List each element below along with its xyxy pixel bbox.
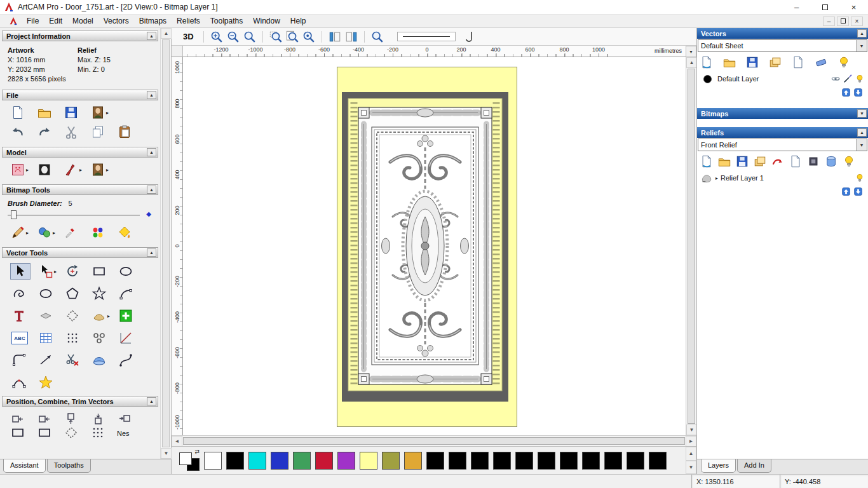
collapse-project-information-button[interactable]: ▲ bbox=[147, 32, 156, 40]
import-vectors-icon[interactable] bbox=[700, 55, 714, 69]
expand-bitmaps-panel-button[interactable]: ▼ bbox=[857, 109, 867, 118]
wrap-flyout-arrow-icon[interactable]: ▸ bbox=[107, 313, 110, 319]
canvas-2d-view[interactable] bbox=[183, 57, 686, 435]
text-on-curve-tool[interactable] bbox=[37, 308, 57, 324]
delete-vector-layer-icon[interactable] bbox=[814, 55, 828, 69]
menu-help[interactable]: Help bbox=[285, 15, 311, 27]
tab-assistant[interactable]: Assistant bbox=[3, 459, 46, 473]
import-image-icon[interactable] bbox=[90, 105, 105, 120]
create-polyline-tool[interactable] bbox=[10, 285, 31, 302]
relief-layer-row[interactable]: ▸ Relief Layer 1 bbox=[697, 171, 868, 185]
move-layer-down-icon[interactable] bbox=[853, 88, 863, 97]
vector-sheet-dropdown-icon[interactable]: ▼ bbox=[856, 40, 867, 51]
sculpt-relief-icon[interactable] bbox=[64, 162, 79, 177]
curve-style-selector[interactable] bbox=[465, 30, 475, 43]
colour-swatch-1[interactable] bbox=[226, 452, 244, 470]
fillet-tool[interactable] bbox=[10, 352, 31, 369]
vertical-scroll-thumb[interactable] bbox=[688, 69, 695, 424]
zoom-scale-icon[interactable] bbox=[370, 30, 384, 44]
move-layer-up-icon[interactable] bbox=[841, 88, 851, 97]
create-star-tool[interactable] bbox=[90, 285, 111, 302]
relief-from-image-icon[interactable] bbox=[10, 162, 25, 177]
colour-swatch-12[interactable] bbox=[471, 452, 489, 470]
horizontal-scroll-thumb[interactable] bbox=[183, 437, 685, 445]
relief-layer-visibility-icon[interactable] bbox=[855, 173, 865, 183]
position-combine-trim-header[interactable]: Position, Combine, Trim Vectors ▲ bbox=[2, 396, 158, 407]
colour-swatch-9[interactable] bbox=[404, 452, 422, 470]
palette-scroll-down-icon[interactable]: ▼ bbox=[686, 461, 696, 475]
colour-swatch-11[interactable] bbox=[449, 452, 466, 470]
bitmaps-panel-header[interactable]: Bitmaps ▼ bbox=[697, 108, 868, 119]
colour-swatch-4[interactable] bbox=[293, 452, 311, 470]
import-relief-icon[interactable] bbox=[700, 154, 714, 168]
assistant-scroll-down-icon[interactable]: ▼ bbox=[161, 448, 172, 459]
array-copy-tool[interactable] bbox=[64, 330, 84, 346]
save-relief-layer-icon[interactable] bbox=[735, 154, 749, 168]
vector-layer-row[interactable]: Default Layer bbox=[697, 72, 868, 86]
palette-scroll[interactable]: ▲ ▼ bbox=[686, 447, 696, 474]
zoom-window-icon[interactable] bbox=[269, 30, 283, 44]
reliefs-panel-header[interactable]: Reliefs ▲ bbox=[697, 127, 868, 138]
duplicate-relief-layer-icon[interactable] bbox=[753, 154, 767, 168]
slider-track[interactable] bbox=[8, 215, 140, 215]
colour-swatch-6[interactable] bbox=[337, 452, 355, 470]
paint-flyout-arrow-icon[interactable]: ▸ bbox=[26, 230, 29, 236]
assistant-scroll-up-icon[interactable]: ▲ bbox=[161, 28, 172, 39]
transform-flyout-arrow-icon[interactable]: ▸ bbox=[54, 269, 57, 274]
colour-swatch-0[interactable] bbox=[204, 452, 222, 470]
centre-in-page-icon[interactable] bbox=[10, 411, 25, 426]
minimize-button[interactable]: – bbox=[782, 0, 811, 14]
relief-dropdown[interactable]: Front Relief ▼ bbox=[698, 139, 867, 151]
colour-swatch-3[interactable] bbox=[271, 452, 288, 470]
restore-button[interactable] bbox=[811, 0, 839, 14]
primary-secondary-colour[interactable]: ⇄ bbox=[179, 451, 200, 471]
sculpt-flyout-arrow-icon[interactable]: ▸ bbox=[79, 167, 82, 173]
colour-swatch-10[interactable] bbox=[426, 452, 444, 470]
vector-doctor-tool[interactable] bbox=[90, 352, 111, 369]
join-vectors-tool[interactable] bbox=[37, 352, 57, 369]
menu-vectors[interactable]: Vectors bbox=[98, 15, 134, 27]
move-relief-layer-down-icon[interactable] bbox=[853, 187, 863, 196]
scroll-down-icon[interactable]: ▼ bbox=[686, 424, 697, 435]
colour-swatch-18[interactable] bbox=[604, 452, 622, 470]
zoom-in-icon[interactable] bbox=[210, 30, 224, 44]
align-bottom-icon[interactable] bbox=[90, 411, 105, 426]
brush-diameter-slider[interactable]: ◆ bbox=[8, 209, 151, 220]
shape-editor-icon[interactable] bbox=[824, 154, 838, 168]
toggle-all-vector-layers-icon[interactable] bbox=[837, 55, 851, 69]
save-model-icon[interactable] bbox=[64, 105, 79, 120]
scroll-up-icon[interactable]: ▲ bbox=[686, 57, 697, 68]
paste-icon[interactable] bbox=[117, 125, 132, 140]
mdi-close-button[interactable]: × bbox=[851, 17, 863, 26]
invert-relief-icon[interactable] bbox=[37, 162, 52, 177]
zoom-fit-page-icon[interactable] bbox=[285, 30, 299, 44]
create-text-tool[interactable] bbox=[10, 308, 31, 324]
open-relief-layer-icon[interactable] bbox=[717, 154, 731, 168]
vector-tools-header[interactable]: Vector Tools ▲ bbox=[2, 247, 158, 258]
collapse-model-section-button[interactable]: ▲ bbox=[147, 148, 156, 156]
new-model-icon[interactable] bbox=[10, 105, 25, 120]
tab-toolpaths[interactable]: Toolpaths bbox=[47, 459, 91, 473]
merge-vector-layers-icon[interactable] bbox=[768, 55, 782, 69]
measure-tool[interactable] bbox=[117, 330, 137, 346]
import-flyout-arrow-icon[interactable]: ▸ bbox=[106, 110, 109, 116]
wrap-vectors-tool[interactable]: ▸ bbox=[90, 308, 111, 324]
texture-flyout-arrow-icon[interactable]: ▸ bbox=[106, 167, 109, 173]
flood-fill-icon[interactable] bbox=[117, 225, 132, 240]
toggle-all-relief-layers-icon[interactable] bbox=[842, 154, 856, 168]
move-relief-layer-up-icon[interactable] bbox=[841, 187, 851, 196]
colour-swatch-2[interactable] bbox=[248, 452, 266, 470]
colour-swatch-15[interactable] bbox=[538, 452, 555, 470]
create-ellipse-tool[interactable] bbox=[37, 285, 57, 302]
create-circle-tool[interactable] bbox=[117, 263, 137, 280]
transform-vectors-tool[interactable]: ▸ bbox=[37, 263, 57, 280]
palette-scroll-up-icon[interactable]: ▲ bbox=[686, 447, 696, 461]
trim-vectors-tool[interactable] bbox=[64, 352, 84, 369]
fit-height-icon[interactable] bbox=[344, 30, 358, 44]
node-editing-tool[interactable] bbox=[10, 374, 31, 391]
weld-vectors-icon[interactable] bbox=[37, 428, 52, 438]
layer-visibility-icon[interactable] bbox=[855, 74, 865, 84]
undo-icon[interactable] bbox=[10, 125, 25, 140]
close-button[interactable]: × bbox=[839, 0, 868, 14]
colour-swatch-5[interactable] bbox=[315, 452, 333, 470]
